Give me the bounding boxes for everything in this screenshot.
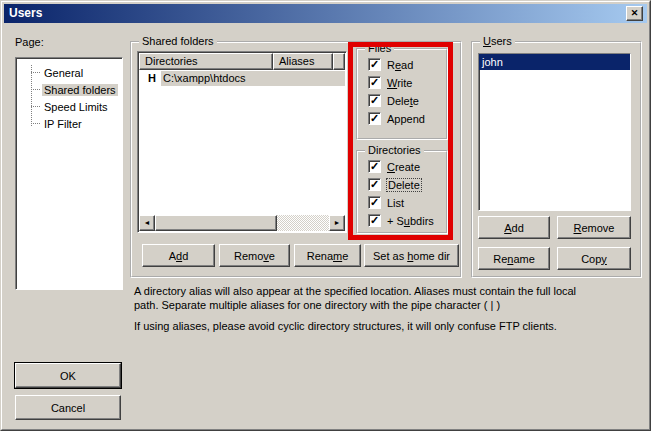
directories-group-label: Directories: [365, 144, 424, 156]
checkbox-checked-icon: ✓: [368, 178, 381, 191]
directory-path: C:\xampp\htdocs: [161, 71, 345, 86]
sidebar-item-speed-limits[interactable]: Speed Limits: [31, 98, 110, 115]
checkbox-checked-icon: ✓: [368, 58, 381, 71]
user-list-item[interactable]: john: [479, 54, 630, 70]
tree-connector: [31, 72, 40, 73]
dialog-title: Users: [9, 6, 42, 20]
add-directory-button[interactable]: Add: [142, 244, 215, 267]
checkbox-checked-icon: ✓: [368, 160, 381, 173]
tree-item-label: Shared folders: [42, 84, 118, 96]
checkbox-file-delete[interactable]: ✓ Delete: [368, 94, 419, 107]
column-header-aliases[interactable]: Aliases: [273, 53, 333, 70]
scroll-left-icon: ◄: [144, 219, 151, 226]
listview-header: Directories Aliases: [139, 53, 345, 70]
users-dialog: Users ✕ Page: General Shared folders Spe…: [0, 0, 651, 431]
scroll-left-button[interactable]: ◄: [139, 215, 155, 231]
home-flag: H: [139, 72, 161, 84]
checkbox-write[interactable]: ✓ Write: [368, 76, 412, 89]
checkbox-create-label: Create: [387, 161, 420, 173]
checkbox-read-label: Read: [387, 59, 413, 71]
checkbox-dir-delete[interactable]: ✓ Delete: [368, 178, 421, 191]
alias-help-paragraph-1: A directory alias will also appear at th…: [134, 284, 592, 312]
files-group-label: Files: [365, 42, 394, 54]
tree-item-label: IP Filter: [42, 118, 84, 130]
checkbox-subdirs-label: + Subdirs: [387, 215, 434, 227]
alias-help-text: A directory alias will also appear at th…: [134, 284, 592, 333]
remove-directory-label: Remove: [234, 250, 275, 262]
add-user-label: Add: [504, 222, 524, 234]
tree-item-label: General: [42, 67, 85, 79]
page-label: Page:: [15, 36, 44, 48]
checkbox-append-label: Append: [387, 113, 425, 125]
tree-connector: [31, 123, 40, 124]
set-as-home-dir-label: Set as home dir: [373, 250, 450, 262]
tree-connector: [31, 89, 40, 90]
tree-connector: [31, 106, 40, 107]
alias-help-paragraph-2: If using aliases, please avoid cyclic di…: [134, 319, 592, 333]
cancel-button-label: Cancel: [51, 402, 85, 414]
title-bar[interactable]: Users: [4, 4, 647, 23]
checkbox-checked-icon: ✓: [368, 112, 381, 125]
checkbox-dir-delete-label: Delete: [386, 178, 422, 192]
close-icon: ✕: [631, 8, 639, 18]
checkbox-checked-icon: ✓: [368, 196, 381, 209]
checkbox-list-label: List: [387, 197, 404, 209]
sidebar-item-general[interactable]: General: [31, 64, 85, 81]
set-as-home-dir-button[interactable]: Set as home dir: [364, 244, 459, 267]
rename-directory-label: Rename: [307, 250, 349, 262]
ok-button[interactable]: OK: [15, 363, 121, 388]
checkbox-list[interactable]: ✓ List: [368, 196, 404, 209]
rename-user-button[interactable]: Rename: [478, 247, 550, 270]
remove-user-button[interactable]: Remove: [557, 216, 631, 239]
close-button[interactable]: ✕: [626, 6, 643, 21]
checkbox-write-label: Write: [387, 77, 412, 89]
add-user-button[interactable]: Add: [478, 216, 550, 239]
checkbox-read[interactable]: ✓ Read: [368, 58, 413, 71]
page-tree: General Shared folders Speed Limits IP F…: [15, 57, 123, 290]
checkbox-file-delete-label: Delete: [387, 95, 419, 107]
directory-row[interactable]: H C:\xampp\htdocs: [139, 70, 345, 86]
checkbox-checked-icon: ✓: [368, 94, 381, 107]
checkbox-checked-icon: ✓: [368, 76, 381, 89]
horizontal-scrollbar[interactable]: ◄ ►: [139, 215, 345, 231]
rename-user-label: Rename: [493, 253, 535, 265]
scrollbar-thumb[interactable]: [155, 215, 277, 231]
column-header-directories[interactable]: Directories: [139, 53, 273, 70]
checkbox-subdirs[interactable]: ✓ + Subdirs: [368, 214, 434, 227]
shared-folders-group-label: Shared folders: [139, 35, 217, 47]
sidebar-item-ip-filter[interactable]: IP Filter: [31, 115, 84, 132]
users-listbox: john: [478, 53, 631, 211]
rename-directory-button[interactable]: Rename: [294, 244, 361, 267]
scroll-right-icon: ►: [334, 219, 341, 226]
remove-directory-button[interactable]: Remove: [219, 244, 290, 267]
cancel-button[interactable]: Cancel: [15, 395, 121, 420]
scroll-right-button[interactable]: ►: [329, 215, 345, 231]
ok-button-label: OK: [60, 370, 76, 382]
sidebar-item-shared-folders[interactable]: Shared folders: [31, 81, 118, 98]
checkbox-checked-icon: ✓: [368, 214, 381, 227]
add-directory-label: Add: [169, 250, 189, 262]
directories-listview: Directories Aliases H C:\xampp\htdocs ◄ …: [137, 51, 347, 233]
remove-user-label: Remove: [574, 222, 615, 234]
tree-item-label: Speed Limits: [42, 101, 110, 113]
checkbox-create[interactable]: ✓ Create: [368, 160, 420, 173]
copy-user-button[interactable]: Copy: [557, 247, 631, 270]
checkbox-append[interactable]: ✓ Append: [368, 112, 425, 125]
copy-user-label: Copy: [581, 253, 607, 265]
column-header-filler: [333, 53, 345, 70]
users-group-label: Users: [480, 35, 515, 47]
